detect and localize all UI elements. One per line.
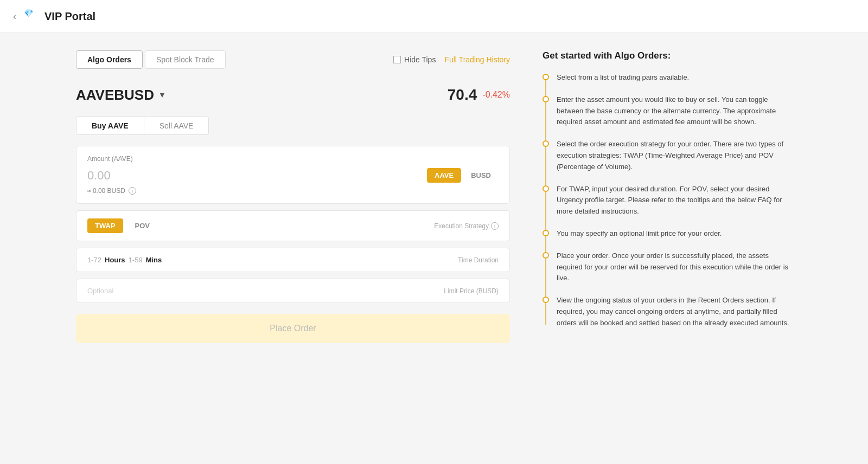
approx-info-icon[interactable]: i bbox=[129, 187, 136, 195]
tip-item-5: You may specify an optional limit price … bbox=[542, 228, 792, 240]
tip-dot-4 bbox=[542, 185, 549, 192]
tip-text-5: You may specify an optional limit price … bbox=[557, 228, 722, 240]
symbol-text: AAVEBUSD bbox=[76, 87, 154, 104]
tip-dot-5 bbox=[542, 230, 549, 236]
tip-dot-7 bbox=[542, 297, 549, 303]
approx-text: ≈ 0.00 BUSD bbox=[87, 187, 125, 195]
price-group: 70.4 -0.42% bbox=[448, 86, 510, 104]
sell-tab[interactable]: Sell AAVE bbox=[144, 117, 209, 134]
execution-strategy-info-icon[interactable]: i bbox=[491, 222, 499, 230]
buy-sell-tabs: Buy AAVE Sell AAVE bbox=[76, 117, 209, 135]
header: ‹ 💎 VIP Portal bbox=[0, 0, 868, 33]
tip-item-4: For TWAP, input your desired duration. F… bbox=[542, 184, 792, 217]
tip-dot-2 bbox=[542, 96, 549, 102]
right-panel: Get started with Algo Orders: Select fro… bbox=[542, 50, 792, 343]
limit-section: Optional Limit Price (BUSD) bbox=[76, 279, 510, 303]
mins-range: 1-59 bbox=[129, 256, 143, 264]
main-content: Algo Orders Spot Block Trade Hide Tips F… bbox=[0, 33, 868, 360]
tip-text-3: Select the order execution strategy for … bbox=[557, 139, 792, 172]
amount-row: AAVE BUSD bbox=[87, 168, 499, 183]
price-value: 70.4 bbox=[448, 86, 477, 104]
tab-group: Algo Orders Spot Block Trade bbox=[76, 50, 226, 69]
tip-dot-1 bbox=[542, 74, 549, 80]
hide-tips-label: Hide Tips bbox=[404, 55, 436, 64]
mins-label: Mins bbox=[146, 256, 162, 264]
tip-text-2: Enter the asset amount you would like to… bbox=[557, 94, 792, 128]
tip-item-1: Select from a list of trading pairs avai… bbox=[542, 72, 792, 83]
strategy-section: TWAP POV Execution Strategy i bbox=[76, 210, 510, 241]
hide-tips-checkbox[interactable] bbox=[393, 56, 401, 63]
tab-algo-orders[interactable]: Algo Orders bbox=[76, 50, 143, 69]
left-panel: Algo Orders Spot Block Trade Hide Tips F… bbox=[76, 50, 510, 343]
tip-text-7: View the ongoing status of your orders i… bbox=[557, 295, 792, 328]
tip-text-4: For TWAP, input your desired duration. F… bbox=[557, 184, 792, 217]
full-trading-history-link[interactable]: Full Trading History bbox=[444, 55, 510, 64]
time-duration-label: Time Duration bbox=[458, 256, 499, 264]
limit-optional-text: Optional bbox=[87, 287, 113, 295]
price-change: -0.42% bbox=[482, 90, 510, 100]
tip-dot-6 bbox=[542, 252, 549, 259]
currency-toggle: AAVE BUSD bbox=[427, 168, 499, 183]
hours-range: 1-72 bbox=[87, 256, 101, 264]
currency-busd-btn[interactable]: BUSD bbox=[463, 168, 499, 183]
execution-strategy-label: Execution Strategy i bbox=[434, 222, 499, 230]
top-bar-right: Hide Tips Full Trading History bbox=[393, 55, 510, 64]
logo-icon: 💎 bbox=[24, 9, 39, 24]
top-bar: Algo Orders Spot Block Trade Hide Tips F… bbox=[76, 50, 510, 69]
hide-tips-group: Hide Tips bbox=[393, 55, 436, 64]
strategy-left: TWAP POV bbox=[87, 218, 157, 233]
hours-label: Hours bbox=[105, 256, 125, 264]
tip-text-1: Select from a list of trading pairs avai… bbox=[557, 72, 689, 83]
limit-price-label: Limit Price (BUSD) bbox=[444, 287, 499, 295]
pov-btn[interactable]: POV bbox=[127, 218, 157, 233]
tip-dot-3 bbox=[542, 140, 549, 147]
place-order-button[interactable]: Place Order bbox=[76, 314, 510, 343]
amount-section: Amount (AAVE) AAVE BUSD ≈ 0.00 BUSD i bbox=[76, 146, 510, 204]
tip-text-6: Place your order. Once your order is suc… bbox=[557, 250, 792, 284]
symbol-row: AAVEBUSD ▼ 70.4 -0.42% bbox=[76, 86, 510, 104]
symbol-name: AAVEBUSD ▼ bbox=[76, 87, 166, 104]
tab-spot-block-trade[interactable]: Spot Block Trade bbox=[145, 50, 226, 69]
amount-input[interactable] bbox=[87, 169, 196, 183]
tips-list: Select from a list of trading pairs avai… bbox=[542, 72, 792, 329]
app-title: VIP Portal bbox=[44, 10, 95, 23]
back-button[interactable]: ‹ bbox=[13, 11, 16, 22]
duration-left: 1-72 Hours 1-59 Mins bbox=[87, 256, 162, 264]
duration-section: 1-72 Hours 1-59 Mins Time Duration bbox=[76, 248, 510, 272]
tip-item-3: Select the order execution strategy for … bbox=[542, 139, 792, 172]
tip-item-2: Enter the asset amount you would like to… bbox=[542, 94, 792, 128]
tip-item-7: View the ongoing status of your orders i… bbox=[542, 295, 792, 328]
tips-title: Get started with Algo Orders: bbox=[542, 50, 792, 61]
currency-aave-btn[interactable]: AAVE bbox=[427, 168, 461, 183]
amount-label: Amount (AAVE) bbox=[87, 155, 499, 163]
symbol-dropdown-icon[interactable]: ▼ bbox=[158, 91, 166, 99]
tip-item-6: Place your order. Once your order is suc… bbox=[542, 250, 792, 284]
approx-row: ≈ 0.00 BUSD i bbox=[87, 187, 499, 195]
buy-tab[interactable]: Buy AAVE bbox=[76, 117, 144, 134]
twap-btn[interactable]: TWAP bbox=[87, 218, 123, 233]
